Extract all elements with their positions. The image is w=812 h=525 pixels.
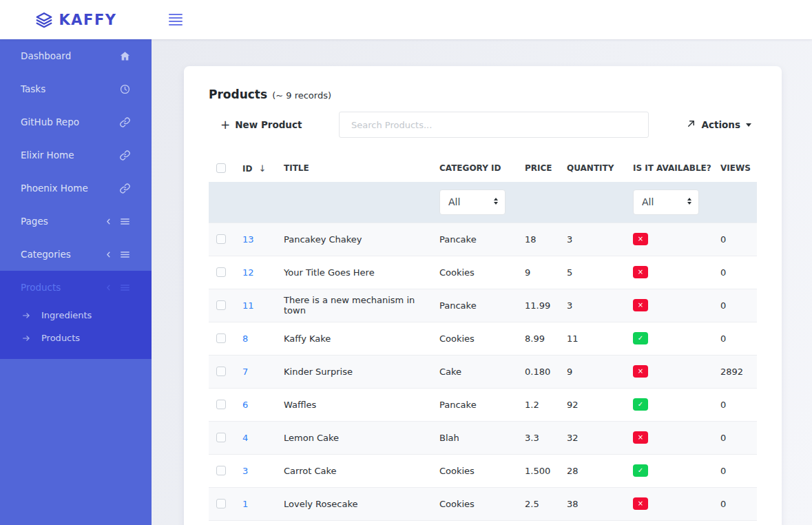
cell-views: 0	[720, 454, 757, 487]
cell-quantity: 28	[567, 454, 633, 487]
sidebar-item-label: Tasks	[21, 83, 45, 94]
cell-category-id: Blah	[439, 421, 525, 454]
unavailable-badge: ×	[633, 497, 648, 510]
cell-category-id: Cookies	[439, 487, 525, 520]
sidebar-item-pages[interactable]: Pages	[0, 205, 152, 238]
row-id-link[interactable]: 3	[242, 466, 248, 476]
actions-dropdown-button[interactable]: Actions	[686, 119, 751, 131]
products-card: Products (~ 9 records) + New Product Act…	[184, 66, 782, 525]
sidebar-item-tasks[interactable]: Tasks	[0, 72, 152, 105]
column-header-views[interactable]: VIEWS	[720, 163, 751, 173]
sidebar-toggle-icon[interactable]	[169, 14, 183, 25]
cell-views: 0	[720, 421, 757, 454]
cell-quantity: 9	[567, 355, 633, 388]
unavailable-badge: ×	[633, 431, 648, 444]
sidebar-item-label: Products	[21, 282, 61, 293]
cell-views: 0	[720, 487, 757, 520]
sidebar-item-label: Phoenix Home	[21, 183, 88, 194]
cell-category-id: Cookies	[439, 322, 525, 355]
sidebar-item-dashboard[interactable]: Dashboard	[0, 39, 152, 72]
card-header: Products (~ 9 records)	[209, 66, 757, 101]
sort-descending-icon[interactable]: ↓	[258, 163, 266, 174]
row-checkbox[interactable]	[216, 367, 226, 376]
cell-price: 3.3	[525, 421, 567, 454]
row-checkbox[interactable]	[216, 267, 226, 277]
column-header-category-id[interactable]: CATEGORY ID	[439, 163, 501, 173]
sidebar-subitem-products[interactable]: Products	[0, 327, 152, 349]
sidebar-item-github-repo[interactable]: GitHub Repo	[0, 105, 152, 138]
cell-category-id: Cookies	[439, 454, 525, 487]
export-arrow-icon	[686, 119, 696, 131]
row-id-link[interactable]: 11	[242, 300, 254, 311]
column-header-is-it-available-[interactable]: IS IT AVAILABLE?	[633, 163, 711, 173]
chevron-left-icon	[104, 283, 113, 292]
cell-price: 1.500	[525, 454, 567, 487]
column-header-quantity[interactable]: QUANTITY	[567, 163, 614, 173]
main-content: Products (~ 9 records) + New Product Act…	[152, 39, 812, 525]
row-checkbox[interactable]	[216, 400, 226, 409]
sidebar-active-section: Products IngredientsProducts	[0, 271, 152, 359]
row-id-link[interactable]: 8	[242, 333, 248, 344]
clock-icon	[119, 83, 131, 95]
row-checkbox[interactable]	[216, 499, 226, 508]
sidebar-item-elixir-home[interactable]: Elixir Home	[0, 138, 152, 172]
sidebar-subitem-label: Ingredients	[41, 310, 92, 320]
table-row: 8 Kaffy Kake Cookies 8.99 11 ✓ 0	[209, 322, 757, 355]
app-logo: KAFFY	[0, 11, 152, 29]
row-checkbox[interactable]	[216, 433, 226, 442]
row-id-link[interactable]: 13	[242, 234, 254, 245]
plus-icon: +	[220, 119, 230, 131]
cell-title: Lovely Rosecake	[284, 487, 439, 520]
chevron-down-icon	[746, 123, 751, 127]
row-id-link[interactable]: 7	[242, 367, 248, 377]
table-filter-row: All All	[209, 182, 757, 223]
cell-title: Kinder Surprise	[284, 355, 439, 388]
select-all-checkbox[interactable]	[216, 163, 226, 173]
category-filter-select[interactable]: All	[439, 189, 506, 215]
column-header-id[interactable]: ID	[242, 164, 252, 174]
cell-quantity: 32	[567, 421, 633, 454]
table-row: 4 Lemon Cake Blah 3.3 32 × 0	[209, 421, 757, 454]
row-checkbox[interactable]	[216, 300, 226, 310]
cell-title: Kaffy Kake	[284, 322, 439, 355]
records-count: (~ 9 records)	[272, 90, 331, 101]
cell-title: Pancakey Chakey	[284, 223, 439, 256]
new-product-button[interactable]: + New Product	[220, 119, 302, 131]
cell-quantity: 11	[567, 322, 633, 355]
table-header-row: ID↓TITLECATEGORY IDPRICEQUANTITYIS IT AV…	[209, 154, 757, 182]
row-checkbox[interactable]	[216, 234, 226, 244]
column-header-title[interactable]: TITLE	[284, 163, 309, 173]
row-id-link[interactable]: 12	[242, 267, 254, 278]
table-row: 1 Lovely Rosecake Cookies 2.5 38 × 0	[209, 487, 757, 520]
cell-quantity: 92	[567, 388, 633, 421]
link-icon	[119, 183, 131, 194]
top-header-bar: KAFFY	[0, 0, 812, 39]
table-row: 7 Kinder Surprise Cake 0.180 9 × 2892	[209, 355, 757, 388]
toolbar: + New Product Actions	[209, 112, 757, 138]
cell-views: 2892	[720, 355, 757, 388]
cell-category-id: Pancake	[439, 289, 525, 322]
row-id-link[interactable]: 4	[242, 433, 248, 443]
cell-price: 0.180	[525, 355, 567, 388]
sidebar-item-label: Pages	[21, 216, 48, 227]
row-id-link[interactable]: 1	[242, 499, 248, 509]
search-input[interactable]	[339, 112, 649, 138]
availability-filter-select[interactable]: All	[633, 189, 699, 215]
unavailable-badge: ×	[633, 365, 648, 378]
page-title: Products	[209, 88, 267, 101]
row-checkbox[interactable]	[216, 466, 226, 475]
column-header-price[interactable]: PRICE	[525, 163, 552, 173]
cell-title: Lemon Cake	[284, 421, 439, 454]
arrow-right-icon	[21, 311, 31, 320]
sidebar-item-phoenix-home[interactable]: Phoenix Home	[0, 172, 152, 205]
available-badge: ✓	[633, 464, 648, 477]
row-checkbox[interactable]	[216, 333, 226, 343]
link-icon	[119, 150, 131, 161]
home-icon	[119, 50, 131, 62]
unavailable-badge: ×	[633, 299, 648, 311]
sidebar-subitem-ingredients[interactable]: Ingredients	[0, 304, 152, 327]
cell-category-id: Cookies	[439, 256, 525, 289]
sidebar-item-categories[interactable]: Categories	[0, 238, 152, 271]
row-id-link[interactable]: 6	[242, 400, 248, 410]
sidebar-item-products[interactable]: Products	[0, 271, 152, 304]
